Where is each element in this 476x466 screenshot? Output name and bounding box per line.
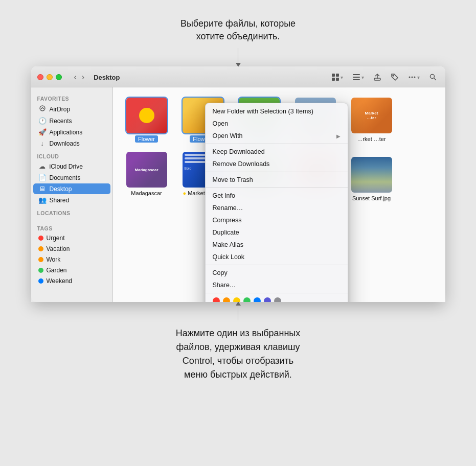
file-item-madagascar[interactable]: Madagascar Madagascar — [121, 150, 172, 204]
ctx-open-with-chevron: ▶ — [336, 133, 341, 139]
documents-label: Documents — [50, 174, 81, 181]
ctx-share-label: Share… — [213, 282, 236, 289]
ctx-quick-look-label: Quick Look — [213, 253, 245, 261]
sidebar-item-desktop[interactable]: 🖥 Desktop — [33, 183, 110, 194]
ctx-tag-purple[interactable] — [264, 297, 271, 302]
file-area: Flower Flowers Gard… — [113, 87, 445, 302]
ctx-rename-label: Rename… — [213, 204, 243, 212]
annotation-bottom-line4: меню быстрых действий. — [184, 369, 292, 380]
sidebar-item-shared[interactable]: 👥 Shared — [33, 195, 110, 205]
ctx-remove-downloads[interactable]: Remove Downloads — [206, 158, 348, 170]
ctx-keep-downloaded[interactable]: Keep Downloaded — [206, 146, 348, 158]
ctx-open-label: Open — [213, 120, 229, 127]
svg-rect-3 — [336, 78, 339, 81]
sidebar-item-tag-urgent[interactable]: Urgent — [33, 233, 110, 243]
file-item-sunset[interactable]: Sunset Surf.jpg — [346, 155, 397, 204]
toolbar-right: ▾ ▾ ▾ — [329, 72, 439, 82]
sidebar-item-tag-vacation[interactable]: Vacation — [33, 244, 110, 254]
tag-urgent-label: Urgent — [47, 235, 65, 242]
ctx-share[interactable]: Share… — [206, 279, 348, 291]
ctx-tag-green[interactable] — [243, 297, 251, 302]
svg-rect-2 — [332, 78, 335, 81]
ctx-new-folder[interactable]: New Folder with Selection (3 Items) — [206, 105, 348, 118]
title-bar: ‹ › Desktop ▾ ▾ — [31, 66, 445, 87]
ctx-quick-look[interactable]: Quick Look — [206, 251, 348, 263]
airdrop-label: AirDrop — [50, 106, 71, 113]
ctx-duplicate[interactable]: Duplicate — [206, 226, 348, 239]
ctx-sep5 — [206, 293, 348, 293]
sidebar-item-downloads[interactable]: ↓ Downloads — [33, 138, 110, 149]
sidebar-item-recents[interactable]: 🕐 Recents — [33, 115, 110, 126]
file-label-flower: Flower — [135, 135, 158, 143]
file-label-madagascar: Madagascar — [128, 190, 165, 197]
ctx-move-trash[interactable]: Move to Trash — [206, 174, 348, 186]
search-button[interactable] — [427, 72, 439, 82]
ctx-tag-yellow[interactable] — [233, 297, 240, 302]
sidebar-item-applications[interactable]: 🚀 Applications — [33, 127, 110, 137]
view-list-button[interactable]: ▾ — [350, 72, 366, 82]
desktop-label: Desktop — [50, 185, 72, 193]
ctx-compress-label: Compress — [213, 217, 242, 224]
ctx-copy[interactable]: Copy — [206, 267, 348, 279]
sidebar-item-airdrop[interactable]: AirDrop — [33, 103, 110, 115]
ctx-get-info[interactable]: Get Info — [206, 190, 348, 202]
nav-buttons: ‹ › — [72, 72, 87, 83]
more-button[interactable]: ▾ — [406, 72, 422, 82]
sidebar-section-favorites: Favorites — [31, 91, 112, 103]
sidebar-item-tag-work[interactable]: Work — [33, 254, 110, 265]
minimize-button[interactable] — [47, 74, 53, 80]
file-label-market: …rket …ter — [354, 135, 389, 143]
ctx-sep3 — [206, 188, 348, 188]
ctx-tag-blue[interactable] — [254, 297, 261, 302]
ctx-copy-label: Copy — [213, 269, 228, 276]
ctx-open[interactable]: Open — [206, 118, 348, 130]
tag-urgent-dot — [38, 236, 43, 241]
annotation-bottom-line2: файлов, удерживая клавишу — [176, 342, 300, 352]
file-thumb-madagascar: Madagascar — [126, 152, 167, 188]
recents-label: Recents — [50, 118, 72, 125]
sidebar-item-tag-garden[interactable]: Garden — [33, 265, 110, 275]
file-thumb-sunset — [351, 157, 392, 193]
tag-garden-label: Garden — [47, 267, 67, 274]
sidebar-item-icloud-drive[interactable]: ☁ iCloud Drive — [33, 161, 110, 172]
ctx-rename[interactable]: Rename… — [206, 202, 348, 214]
shared-icon: 👥 — [38, 196, 47, 204]
svg-point-9 — [409, 77, 410, 78]
svg-point-12 — [430, 75, 434, 79]
ctx-tag-red[interactable] — [213, 297, 220, 302]
context-menu: New Folder with Selection (3 Items) Open… — [205, 103, 348, 302]
file-label-sunset: Sunset Surf.jpg — [349, 195, 394, 202]
ctx-open-with-label: Open With — [213, 132, 243, 139]
tag-button[interactable] — [389, 72, 401, 82]
annotation-bottom: Нажмите один из выбранных файлов, удержи… — [0, 320, 476, 388]
ctx-open-with[interactable]: Open With ▶ — [206, 130, 348, 142]
ctx-tag-orange[interactable] — [223, 297, 230, 302]
ctx-tag-gray[interactable] — [274, 297, 281, 302]
view-grid-button[interactable]: ▾ — [329, 72, 345, 82]
applications-icon: 🚀 — [38, 128, 47, 136]
window-title: Desktop — [94, 74, 120, 81]
svg-point-8 — [393, 75, 394, 76]
annotation-bottom-line3: Control, чтобы отобразить — [183, 356, 293, 366]
file-item-market[interactable]: Market…ter …rket …ter — [346, 96, 397, 145]
file-item-flower[interactable]: Flower — [121, 96, 172, 145]
forward-button[interactable]: › — [80, 72, 86, 83]
sidebar-item-tag-weekend[interactable]: Weekend — [33, 276, 110, 286]
svg-rect-4 — [353, 74, 360, 75]
sidebar-item-documents[interactable]: 📄 Documents — [33, 172, 110, 183]
share-button[interactable] — [371, 72, 383, 82]
documents-icon: 📄 — [38, 174, 47, 181]
close-button[interactable] — [37, 74, 43, 80]
ctx-make-alias[interactable]: Make Alias — [206, 239, 348, 251]
finder-body: Favorites AirDrop 🕐 Recents 🚀 Applicatio… — [31, 87, 445, 302]
sidebar-section-tags: Tags — [31, 221, 112, 232]
tag-work-label: Work — [47, 256, 61, 263]
tag-garden-dot — [38, 268, 43, 273]
ctx-compress[interactable]: Compress — [206, 214, 348, 226]
recents-icon: 🕐 — [38, 117, 47, 125]
back-button[interactable]: ‹ — [72, 72, 79, 83]
ctx-remove-downloads-label: Remove Downloads — [213, 160, 270, 168]
icloud-label: iCloud Drive — [50, 163, 83, 170]
sidebar-section-locations: Locations — [31, 206, 112, 217]
zoom-button[interactable] — [56, 74, 62, 80]
